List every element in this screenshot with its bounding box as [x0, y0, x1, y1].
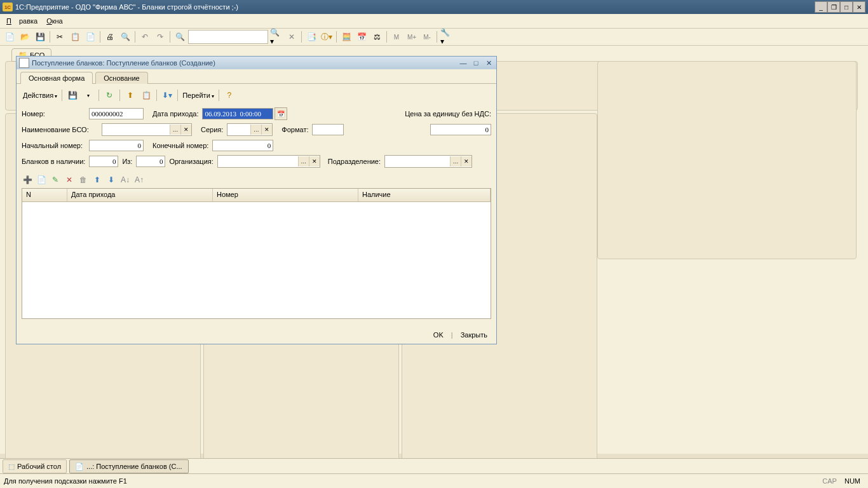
memory-m-button[interactable]: M	[390, 30, 403, 44]
document-task-icon: 📄	[75, 463, 84, 471]
structure-icon[interactable]: ⬇▾	[160, 88, 174, 102]
move-up-icon[interactable]: ⬆	[92, 174, 103, 186]
calendar-icon[interactable]: 📅	[355, 30, 369, 44]
search-next-icon[interactable]: 🔍▾	[269, 30, 283, 44]
dialog: Поступление бланков: Поступление бланков…	[16, 56, 497, 344]
menu-edit[interactable]: Правка	[3, 16, 41, 26]
new-icon[interactable]: 📄	[3, 30, 17, 44]
copy-row-icon[interactable]: 📄	[36, 174, 47, 186]
calendar-picker-icon[interactable]: 📅	[275, 107, 287, 120]
undo-icon[interactable]: ↶	[138, 30, 152, 44]
dept-clear-button[interactable]: ✕	[461, 156, 471, 166]
number-input[interactable]	[89, 108, 144, 119]
col-num[interactable]: Номер	[213, 189, 358, 201]
from-input[interactable]	[136, 156, 165, 167]
bso-name-clear-button[interactable]: ✕	[180, 125, 191, 135]
task-desktop[interactable]: ⬚ Рабочий стол	[3, 459, 67, 473]
grid[interactable]: N Дата прихода Номер Наличие	[22, 188, 491, 319]
search-icon[interactable]: 🔍	[173, 30, 187, 44]
menu-windows[interactable]: Окна	[43, 16, 67, 26]
task-document[interactable]: 📄 ...: Поступление бланков (С...	[69, 459, 189, 473]
bso-name-ellipsis-button[interactable]: …	[170, 125, 180, 135]
based-on-icon[interactable]: 📋	[139, 88, 153, 102]
taskbar: ⬚ Рабочий стол 📄 ...: Поступление бланко…	[0, 458, 868, 474]
col-n[interactable]: N	[22, 189, 67, 201]
close-button[interactable]: ✕	[853, 1, 865, 13]
app-title: 1С:Предприятие - ОДО "Фирма АВС" - Бланк…	[15, 3, 815, 11]
end-num-input[interactable]	[212, 140, 273, 151]
date-input[interactable]	[202, 108, 273, 119]
col-stock[interactable]: Наличие	[358, 189, 491, 201]
dialog-minimize-button[interactable]: —	[458, 58, 468, 67]
dialog-maximize-button[interactable]: □	[471, 58, 481, 67]
edit-row-icon[interactable]: ✎	[50, 174, 61, 186]
print-icon[interactable]: 🖨	[103, 30, 117, 44]
settings-icon[interactable]: 🔧▾	[440, 30, 454, 44]
add-row-icon[interactable]: ➕	[22, 174, 33, 186]
copy-doc-icon[interactable]: 📑	[304, 30, 318, 44]
sort-desc-icon[interactable]: A↑	[133, 174, 145, 186]
memory-mminus-button[interactable]: M-	[420, 30, 434, 44]
info-icon[interactable]: ⓘ▾	[320, 30, 334, 44]
dialog-close-button[interactable]: ✕	[484, 58, 494, 67]
dialog-titlebar[interactable]: Поступление бланков: Поступление бланков…	[17, 57, 496, 69]
in-stock-input[interactable]	[89, 156, 118, 167]
dialog-tabs: Основная форма Основание	[17, 69, 496, 84]
tab-main-form[interactable]: Основная форма	[20, 72, 93, 84]
redo-icon[interactable]: ↷	[153, 30, 167, 44]
bso-name-field[interactable]: … ✕	[102, 123, 192, 136]
status-cap: CAP	[818, 477, 841, 485]
refresh-icon[interactable]: ↻	[102, 88, 116, 102]
panel-5	[597, 61, 857, 259]
save-dropdown-icon[interactable]: ▾	[81, 88, 95, 102]
delete-all-icon[interactable]: 🗑	[78, 174, 89, 186]
tab-basis[interactable]: Основание	[95, 72, 147, 84]
series-clear-button[interactable]: ✕	[261, 125, 272, 135]
sort-asc-icon[interactable]: A↓	[119, 174, 131, 186]
restore-button[interactable]: ❐	[827, 1, 840, 13]
goto-menu[interactable]: Перейти	[181, 92, 215, 99]
maximize-button[interactable]: □	[840, 1, 853, 13]
actions-menu[interactable]: Действия	[22, 92, 58, 99]
post-icon[interactable]: ⬆	[123, 88, 137, 102]
save-doc-icon[interactable]: 💾	[65, 88, 79, 102]
ok-button[interactable]: OK	[431, 330, 446, 340]
dept-field[interactable]: … ✕	[384, 155, 472, 168]
dept-input[interactable]	[385, 156, 450, 166]
save-icon[interactable]: 💾	[33, 30, 47, 44]
series-field[interactable]: … ✕	[227, 123, 273, 136]
end-num-label: Конечный номер:	[153, 142, 208, 149]
calc-icon[interactable]: 🧮	[339, 30, 353, 44]
col-date[interactable]: Дата прихода	[67, 189, 213, 201]
series-input[interactable]	[227, 125, 250, 135]
help-icon[interactable]: ?	[222, 88, 236, 102]
bso-name-input[interactable]	[102, 125, 170, 135]
org-field[interactable]: … ✕	[217, 155, 320, 168]
menubar: Правка Окна	[0, 14, 868, 29]
move-down-icon[interactable]: ⬇	[105, 174, 117, 186]
minimize-button[interactable]: _	[815, 1, 827, 13]
search-clear-icon[interactable]: ✕	[285, 30, 299, 44]
preview-icon[interactable]: 🔍	[118, 30, 132, 44]
dept-ellipsis-button[interactable]: …	[450, 156, 461, 166]
format-input[interactable]	[312, 124, 344, 135]
dialog-title: Поступление бланков: Поступление бланков…	[32, 59, 458, 67]
org-input[interactable]	[218, 156, 298, 166]
org-ellipsis-button[interactable]: …	[298, 156, 309, 166]
start-num-input[interactable]	[89, 140, 144, 151]
copy-icon[interactable]: 📋	[68, 30, 82, 44]
search-input[interactable]	[188, 30, 268, 44]
desktop-icon: ⬚	[8, 463, 15, 471]
grid-toolbar: ➕ 📄 ✎ ✕ 🗑 ⬆ ⬇ A↓ A↑	[22, 172, 491, 188]
price-input[interactable]	[430, 124, 491, 135]
cut-icon[interactable]: ✂	[53, 30, 67, 44]
delete-row-icon[interactable]: ✕	[64, 174, 75, 186]
paste-icon[interactable]: 📄	[83, 30, 97, 44]
memory-mplus-button[interactable]: M+	[405, 30, 419, 44]
series-ellipsis-button[interactable]: …	[250, 125, 261, 135]
compare-icon[interactable]: ⚖	[370, 30, 384, 44]
open-icon[interactable]: 📂	[18, 30, 32, 44]
dialog-footer: OK | Закрыть	[431, 330, 490, 340]
org-clear-button[interactable]: ✕	[309, 156, 320, 166]
close-dialog-button[interactable]: Закрыть	[458, 330, 490, 340]
